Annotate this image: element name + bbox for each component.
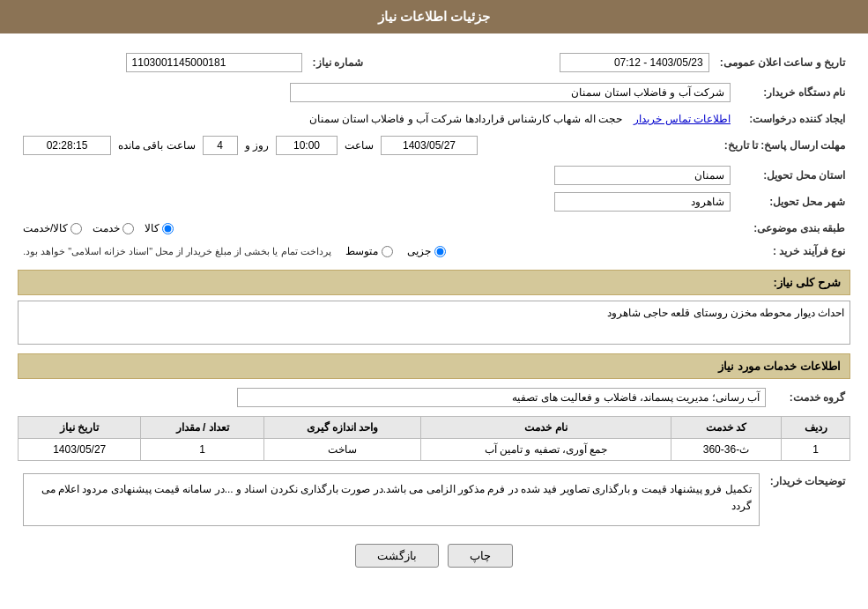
cell-name: جمع آوری، تصفیه و تامین آب xyxy=(421,439,671,461)
process-mootavast-item: متوسط xyxy=(345,245,393,257)
process-mootavast-label: متوسط xyxy=(345,245,378,257)
col-row: ردیف xyxy=(782,417,850,439)
need-number-label: شماره نیاز: xyxy=(308,49,413,76)
back-button[interactable]: بازگشت xyxy=(355,544,439,568)
table-row: 1ث-36-360جمع آوری، تصفیه و تامین آبساخت1… xyxy=(19,439,850,461)
general-desc-label: شرح کلی نیاز: xyxy=(773,276,841,289)
service-group-value: آب رسانی؛ مدیریت پسماند، فاضلاب و فعالیت… xyxy=(237,388,766,407)
deadline-time: 10:00 xyxy=(276,136,338,155)
col-quantity: تعداد / مقدار xyxy=(141,417,263,439)
province-value: سمنان xyxy=(554,166,731,185)
province-label: استان محل تحویل: xyxy=(736,162,850,189)
page-title: جزئیات اطلاعات نیاز xyxy=(378,9,490,24)
service-group-label: گروه خدمت: xyxy=(771,384,850,411)
cell-unit: ساخت xyxy=(263,439,421,461)
col-unit: واحد اندازه گیری xyxy=(263,417,421,439)
process-mootavast-radio[interactable] xyxy=(382,246,393,257)
process-note: پرداخت تمام یا بخشی از مبلغ خریدار از مح… xyxy=(23,246,331,257)
announce-value: 1403/05/23 - 07:12 xyxy=(560,53,709,72)
buyer-notes-value: تکمیل فرو پیشنهاد قیمت و بارگذاری تصاویر… xyxy=(23,473,760,526)
cell-code: ث-36-360 xyxy=(671,439,782,461)
print-button[interactable]: چاپ xyxy=(448,544,513,568)
col-code: کد خدمت xyxy=(671,417,782,439)
category-khedmat-item: خدمت xyxy=(93,222,134,234)
category-kala-label: کالا xyxy=(145,222,160,234)
process-jazee-item: جزیی xyxy=(407,245,446,257)
buyer-notes-label: توضیحات خریدار: xyxy=(765,470,850,530)
category-kala-radio[interactable] xyxy=(162,223,174,234)
col-date: تاریخ نیاز xyxy=(19,417,141,439)
buyer-org-value: شرکت آب و فاضلاب استان سمنان xyxy=(290,83,731,102)
services-table: ردیف کد خدمت نام خدمت واحد اندازه گیری ت… xyxy=(18,416,850,461)
cell-quantity: 1 xyxy=(141,439,263,461)
buttons-row: چاپ بازگشت xyxy=(18,544,850,568)
deadline-remaining: 02:28:15 xyxy=(23,136,111,155)
creator-value: حجت اله شهاب کارشناس قراردادها شرکت آب و… xyxy=(309,113,622,125)
page-header: جزئیات اطلاعات نیاز xyxy=(0,0,868,33)
services-section-header: اطلاعات خدمات مورد نیاز xyxy=(18,353,850,379)
general-desc-section-header: شرح کلی نیاز: xyxy=(18,270,850,295)
category-kala-khedmat-radio[interactable] xyxy=(70,223,82,234)
creator-label: ایجاد کننده درخواست: xyxy=(736,109,850,129)
services-section-title: اطلاعات خدمات مورد نیاز xyxy=(718,360,841,373)
process-jazee-label: جزیی xyxy=(407,245,431,257)
city-label: شهر محل تحویل: xyxy=(736,189,850,215)
need-number-value: 1103001145000181 xyxy=(126,53,302,72)
process-label: نوع فرآیند خرید : xyxy=(736,241,850,261)
cell-date: 1403/05/27 xyxy=(19,439,141,461)
announce-label: تاریخ و ساعت اعلان عمومی: xyxy=(715,49,850,76)
category-khedmat-radio[interactable] xyxy=(122,223,134,234)
deadline-time-label: ساعت xyxy=(345,139,374,152)
process-jazee-radio[interactable] xyxy=(434,246,446,257)
cell-row: 1 xyxy=(782,439,850,461)
deadline-label: مهلت ارسال پاسخ: تا تاریخ: xyxy=(719,132,850,159)
deadline-date: 1403/05/27 xyxy=(381,136,478,155)
col-name: نام خدمت xyxy=(421,417,671,439)
category-kala-item: کالا xyxy=(145,222,174,234)
creator-link[interactable]: اطلاعات تماس خریدار xyxy=(634,113,731,125)
general-desc-value: احداث دیوار محوطه مخزن روستای قلعه حاجی … xyxy=(18,301,850,345)
category-label: طبقه بندی موضوعی: xyxy=(736,219,850,238)
deadline-remaining-label: ساعت باقی مانده xyxy=(118,139,196,152)
deadline-day-label: روز و xyxy=(245,139,269,152)
buyer-org-label: نام دستگاه خریدار: xyxy=(736,79,850,106)
category-kala-khedmat-item: کالا/خدمت xyxy=(23,222,82,234)
city-value: شاهرود xyxy=(554,192,731,212)
category-khedmat-label: خدمت xyxy=(93,222,120,234)
deadline-days: 4 xyxy=(203,136,238,155)
category-kala-khedmat-label: کالا/خدمت xyxy=(23,222,68,234)
